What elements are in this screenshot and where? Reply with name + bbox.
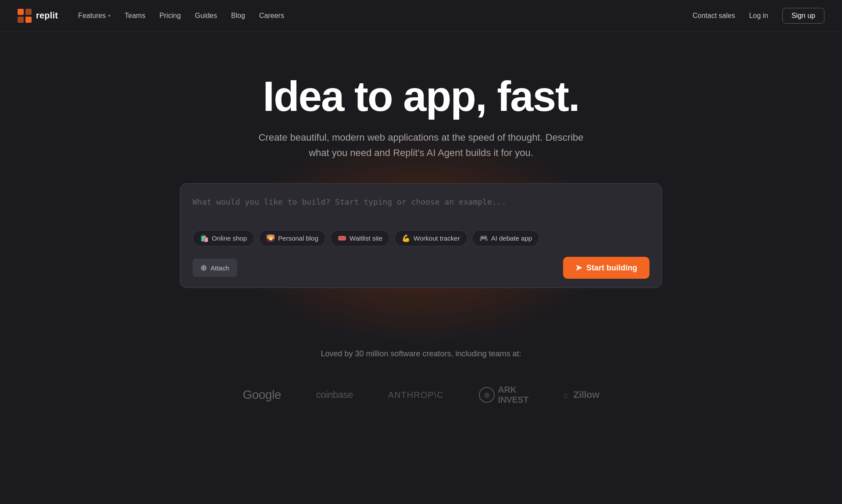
prompt-tag-workout-tracker[interactable]: 💪Workout tracker xyxy=(394,230,467,246)
chevron-down-icon: ▾ xyxy=(108,13,111,18)
send-icon: ➤ xyxy=(575,263,582,273)
google-logo: Google xyxy=(243,388,281,402)
tag-label: Personal blog xyxy=(278,234,318,242)
nav-left: replit Features ▾ Teams Pricing Guides B… xyxy=(18,8,290,23)
prompt-input[interactable] xyxy=(193,196,649,220)
navbar: replit Features ▾ Teams Pricing Guides B… xyxy=(0,0,842,32)
tag-label: Workout tracker xyxy=(414,234,460,242)
coinbase-logo: coinbase xyxy=(316,389,353,401)
nav-blog[interactable]: Blog xyxy=(225,8,251,23)
logo-text: replit xyxy=(36,11,58,21)
tag-emoji: 🛍️ xyxy=(200,234,209,242)
nav-pricing[interactable]: Pricing xyxy=(153,8,187,23)
paperclip-icon: ⊕ xyxy=(200,263,207,273)
social-proof-text: Loved by 30 million software creators, i… xyxy=(321,349,521,358)
social-proof-section: Loved by 30 million software creators, i… xyxy=(0,314,842,431)
prompt-tags: 🛍️Online shop🌄Personal blog🎟️Waitlist si… xyxy=(193,230,649,246)
hero-title: Idea to app, fast. xyxy=(263,75,579,117)
svg-rect-1 xyxy=(25,9,32,15)
nav-links: Features ▾ Teams Pricing Guides Blog Car… xyxy=(72,8,290,23)
attach-button[interactable]: ⊕ Attach xyxy=(193,259,237,277)
svg-rect-0 xyxy=(18,9,24,15)
svg-rect-3 xyxy=(25,17,32,23)
nav-contact-sales[interactable]: Contact sales xyxy=(692,12,735,20)
prompt-tag-online-shop[interactable]: 🛍️Online shop xyxy=(193,230,254,246)
ark-logo: ◎ ARKINVEST xyxy=(479,385,528,405)
svg-rect-2 xyxy=(18,17,24,23)
tag-emoji: 💪 xyxy=(402,234,410,242)
prompt-box: 🛍️Online shop🌄Personal blog🎟️Waitlist si… xyxy=(180,183,662,288)
nav-careers[interactable]: Careers xyxy=(253,8,290,23)
tag-label: AI debate app xyxy=(491,234,532,242)
company-logos-row: Google coinbase ANTHROP\C ◎ ARKINVEST Zi… xyxy=(243,385,599,405)
nav-teams[interactable]: Teams xyxy=(118,8,151,23)
prompt-tag-waitlist-site[interactable]: 🎟️Waitlist site xyxy=(330,230,390,246)
zillow-house-icon xyxy=(564,389,570,401)
prompt-footer: ⊕ Attach ➤ Start building xyxy=(193,257,649,279)
nav-login[interactable]: Log in xyxy=(742,8,775,23)
tag-emoji: 🎟️ xyxy=(338,234,346,242)
nav-features[interactable]: Features ▾ xyxy=(72,8,117,23)
tag-emoji: 🎮 xyxy=(479,234,488,242)
prompt-tag-ai-debate-app[interactable]: 🎮AI debate app xyxy=(472,230,539,246)
ark-circle-icon: ◎ xyxy=(479,387,495,403)
hero-subtitle: Create beautiful, modern web application… xyxy=(254,130,588,160)
tag-label: Waitlist site xyxy=(350,234,382,242)
nav-right: Contact sales Log in Sign up xyxy=(692,8,824,24)
zillow-logo: Zillow xyxy=(564,389,599,401)
logo-icon xyxy=(18,9,32,23)
nav-signup-button[interactable]: Sign up xyxy=(782,8,824,24)
tag-label: Online shop xyxy=(212,234,247,242)
anthropic-logo: ANTHROP\C xyxy=(388,390,444,400)
prompt-tag-personal-blog[interactable]: 🌄Personal blog xyxy=(259,230,326,246)
tag-emoji: 🌄 xyxy=(266,234,275,242)
hero-section: Idea to app, fast. Create beautiful, mod… xyxy=(0,32,842,314)
nav-guides[interactable]: Guides xyxy=(189,8,223,23)
logo[interactable]: replit xyxy=(18,9,58,23)
start-building-button[interactable]: ➤ Start building xyxy=(563,257,649,279)
